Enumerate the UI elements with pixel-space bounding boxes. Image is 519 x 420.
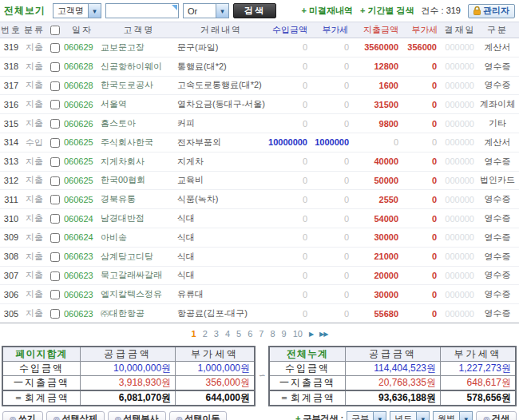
row-income-amount: 0 [265,285,315,304]
page-2[interactable]: 2 [203,329,208,339]
row-customer[interactable]: 엘지칼텍스정유 [101,285,177,304]
table-row[interactable]: 319 지출 060629 교보문고장 문구(파일) 0 0 3560000 3… [0,38,519,57]
row-customer[interactable]: 한국00협회 [101,171,177,190]
row-date: 060626 [64,95,101,114]
filter-search-button[interactable]: ◎ 검색 [476,411,517,420]
row-customer[interactable]: 지게차회사 [101,152,177,171]
page-9[interactable]: 9 [282,329,287,339]
row-checkbox[interactable] [50,100,60,109]
page-summary-table: 페이지합계 공급금액 부가세액 수입금액 10,000,000원 1,000,0… [2,346,256,406]
row-date: 060626 [64,114,101,133]
row-checkbox[interactable] [50,62,60,72]
lock-icon [473,6,481,15]
operator-select[interactable]: Or ▾ [183,3,229,18]
table-row[interactable]: 315 지출 060626 홈스토아 커피 0 0 9800 0 000000 … [0,114,519,133]
table-row[interactable]: 314 수입 060625 주식회사한국 전자부품외 10000000 1000… [0,133,519,152]
table-row[interactable]: 316 지출 060626 서울역 열차요금(동대구-서울) 0 0 31500… [0,95,519,114]
row-checkbox[interactable] [50,309,60,319]
pagination-pages: 12345678910 [192,329,303,339]
last-page-icon[interactable]: ▶▶ [319,331,327,338]
row-customer[interactable]: 신공항하이웨이 [101,57,177,76]
row-checkbox[interactable] [50,138,60,148]
pending-items-link[interactable]: + 미결재내역 [301,5,352,17]
table-row[interactable]: 318 지출 060628 신공항하이웨이 통행료(대*2) 0 0 12800… [0,57,519,76]
month-filter-select[interactable]: 월별 ▾ [433,411,473,420]
row-checkbox[interactable] [50,214,60,224]
row-customer[interactable]: 주식회사한국 [101,133,177,152]
row-expense-vat: 0 [406,209,444,228]
row-checkbox[interactable] [50,157,60,167]
table-row[interactable]: 306 지출 060623 엘지칼텍스정유 유류대 0 0 30000 0 00… [0,285,519,304]
row-date: 060623 [64,285,101,304]
row-doc-type: 계산서 [476,38,519,57]
table-row[interactable]: 308 지출 060623 삼계탕고디탕 식대 0 0 21000 0 0000… [0,247,519,266]
table-row[interactable]: 311 지출 060625 경북유통 식품(녹차) 0 0 2550 0 000… [0,190,519,209]
type-filter-select[interactable]: 구분 ▾ [347,411,386,420]
row-date: 060625 [64,171,101,190]
row-checkbox[interactable] [50,290,60,299]
row-checkbox[interactable] [50,233,60,243]
row-category: 지출 [22,190,46,209]
row-category: 지출 [22,209,46,228]
row-checkbox[interactable] [50,81,60,91]
search-button[interactable]: 검색 [233,3,276,18]
row-customer[interactable]: 삼계탕고디탕 [101,247,177,266]
row-checkbox[interactable] [50,195,60,204]
page-8[interactable]: 8 [270,329,275,339]
row-category: 지출 [22,247,46,266]
table-row[interactable]: 313 지출 060625 지게차회사 지게차 0 0 40000 0 0000… [0,152,519,171]
row-doc-type: 계좌이체 [476,95,519,114]
table-row[interactable]: 312 지출 060625 한국00협회 교육비 0 0 50000 0 000… [0,171,519,190]
chevron-down-icon: ▾ [88,4,101,18]
header-category: 분류 [22,22,46,38]
row-checkbox[interactable] [50,252,60,262]
row-customer[interactable]: 홈스토아 [101,114,177,133]
write-button[interactable]: ◎ 쓰기 [2,411,43,420]
page-1[interactable]: 1 [192,329,196,339]
header-income: 수입금액 [265,22,315,38]
row-customer[interactable]: 경북유통 [101,190,177,209]
row-checkbox[interactable] [50,119,60,129]
page-7[interactable]: 7 [259,329,263,339]
row-checkbox[interactable] [50,271,60,281]
row-customer[interactable]: 남경대반점 [101,209,177,228]
income-supply: 10,000,000원 [81,361,176,375]
page-10[interactable]: 10 [293,329,303,339]
page-4[interactable]: 4 [225,329,230,339]
move-selected-button[interactable]: ◎ 선택이동 [169,411,228,420]
row-number: 311 [0,190,22,209]
row-customer[interactable]: 아비송 [101,228,177,247]
year-filter-select[interactable]: 년도 ▾ [390,411,430,420]
row-customer[interactable]: 묵고갈래싸갈래 [101,266,177,285]
row-income-vat: 0 [315,171,356,190]
search-input[interactable] [106,4,178,18]
select-all-checkbox[interactable] [50,26,60,35]
row-checkbox[interactable] [50,43,60,53]
row-customer[interactable]: 서울역 [101,95,177,114]
next-page-icon[interactable]: ▶ [309,331,313,338]
search-field-select[interactable]: 고객명 ▾ [53,3,101,18]
page-5[interactable]: 5 [236,329,241,339]
table-row[interactable]: 307 지출 060623 묵고갈래싸갈래 식대 0 0 20000 0 000… [0,266,519,285]
row-customer[interactable]: 교보문고장 [101,38,177,57]
header-customer: 고객명 [101,22,177,38]
row-number: 314 [0,133,22,152]
admin-button[interactable]: 관리자 [468,4,515,18]
row-checkbox[interactable] [50,176,60,186]
page-3[interactable]: 3 [214,329,219,339]
view-all-label[interactable]: 전체보기 [4,4,46,18]
row-income-amount: 0 [265,38,315,57]
delete-selected-button[interactable]: ◎ 선택삭제 [46,411,105,420]
income-label: 수입금액 [269,361,346,375]
row-customer[interactable]: 한국도로공사 [101,76,177,95]
table-row[interactable]: 309 지출 060624 아비송 식대 0 0 30000 0 000000 … [0,228,519,247]
table-row[interactable]: 305 지출 060623 ㈜대한항공 항공료(김포-대구) 0 0 55680… [0,304,519,323]
table-row[interactable]: 310 지출 060624 남경대반점 식대 0 0 54000 0 00000… [0,209,519,228]
copy-selected-button[interactable]: ◎ 선택복사 [108,411,166,420]
row-number: 310 [0,209,22,228]
row-customer[interactable]: ㈜대한항공 [101,304,177,323]
period-search-link[interactable]: + 기간별 검색 [360,5,414,17]
record-count: 건수 : 319 [421,5,461,17]
table-row[interactable]: 317 지출 060628 한국도로공사 고속도로통행료(대*2) 0 0 16… [0,76,519,95]
page-6[interactable]: 6 [248,329,252,339]
